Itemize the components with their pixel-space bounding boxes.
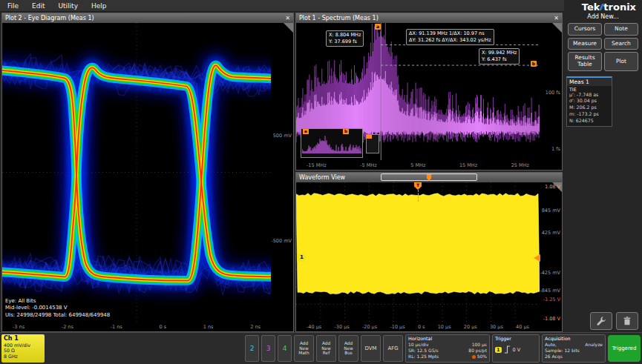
y-axis-label: -845 mV <box>540 288 560 294</box>
channel1-waveform-trace <box>296 182 540 322</box>
menu-utility[interactable]: Utility <box>59 2 78 10</box>
probe-setup-button[interactable] <box>590 312 612 330</box>
meas1-results-badge[interactable]: Meas 1 TIE μ': -7.748 as σ': 30.04 ps M:… <box>566 76 612 127</box>
sidebar-button-grid: Cursors Note Measure Search Results Tabl… <box>568 23 638 71</box>
menu-bar: File Edit Utility Help <box>0 0 642 12</box>
settings-bar: Ch 1 400 mV/div 50 Ω 8 GHz 2 3 4 Add New… <box>0 332 642 364</box>
cursor-b-readout: X: 99.942 MHz Y: 6.437 fs <box>479 48 520 64</box>
channel-1-badge[interactable]: Ch 1 400 mV/div 50 Ω 8 GHz <box>1 334 45 363</box>
menu-file[interactable]: File <box>7 2 19 10</box>
horizontal-badge[interactable]: Horizontal 10 μs/div 100 μs SR: 12.5 GS/… <box>405 334 490 363</box>
x-axis-label: -10 μs <box>390 324 404 330</box>
cursor-delta-readout: ΔX: 91.139 MHz 1/ΔX: 10.97 ns ΔY: 31.262… <box>406 29 494 45</box>
triggered-status: Triggered <box>608 335 641 362</box>
x-axis-label: 10 μs <box>438 324 451 330</box>
trigger-level-marker[interactable] <box>534 254 540 262</box>
eye-panel-title: Plot 2 - Eye Diagram (Meas 1) <box>5 15 94 21</box>
x-axis-label: -5 MHz <box>360 162 376 168</box>
channel-1-bandwidth: 8 GHz <box>4 354 42 360</box>
spectrum-panel-titlebar: Plot 1 - Spectrum (Meas 1) ✕ <box>296 13 562 23</box>
waveform-view-panel: Waveform View T 1 1.08 V 845 mV 425 mV -… <box>295 172 563 332</box>
trigger-position-icon[interactable] <box>427 174 432 181</box>
x-axis-label: -1 ns <box>111 324 122 330</box>
plot-button[interactable]: Plot <box>604 52 638 70</box>
y-axis-label: 1.08 V <box>545 184 560 190</box>
results-table-button[interactable]: Results Table <box>568 52 602 70</box>
trigger-title: Trigger <box>495 336 537 342</box>
horizontal-resolution: 80 ps/pt <box>468 348 487 354</box>
measure-button[interactable]: Measure <box>568 38 602 50</box>
y-axis-label: -425 mV <box>540 270 560 276</box>
cursor-b-flag[interactable]: b <box>531 61 537 67</box>
cursors-button[interactable]: Cursors <box>568 23 602 36</box>
x-axis-label: -3 ns <box>13 324 24 330</box>
search-button[interactable]: Search <box>604 38 638 50</box>
eye-plot-area[interactable]: 500 mV -500 mV Eye: All Bits Mid-level: … <box>2 23 293 331</box>
cursor-readout-line: Y: 37.699 fs <box>329 39 361 45</box>
cursor-readout-line: X: 8.804 MHz <box>329 32 361 39</box>
horizontal-position: 50% <box>472 354 487 360</box>
eye-stat-line: UIs: 24998/24998 Total: 649948/649948 <box>5 312 110 320</box>
wrench-icon <box>596 316 606 326</box>
logo-text: tronix <box>603 1 636 13</box>
y-axis-label: 100 fs <box>546 90 560 96</box>
spectrum-plot-area[interactable]: a b X: 8.804 MHz Y: 37.699 fs ΔX: 91.139… <box>296 23 562 170</box>
x-axis-label: 20 μs <box>464 324 477 330</box>
y-axis-label: 1 fs <box>551 146 560 152</box>
close-icon[interactable]: ✕ <box>285 13 290 23</box>
zoom-overview-bracket[interactable] <box>381 173 477 181</box>
meas-type: TIE <box>567 86 612 92</box>
spectrum-thumbnail[interactable]: a b <box>301 128 363 158</box>
x-axis-label: 1 ns <box>203 324 214 330</box>
dvm-button[interactable]: DVM <box>361 335 381 362</box>
cursor-a-flag[interactable]: a <box>375 24 381 30</box>
channel-2-button[interactable]: 2 <box>245 335 259 362</box>
meas-stat: M: 206.2 ps <box>567 105 612 111</box>
meas-stat: m: -173.2 ps <box>567 111 612 118</box>
close-icon[interactable]: ✕ <box>554 13 559 23</box>
meas-stat: σ': 30.04 ps <box>567 98 612 105</box>
trigger-badge[interactable]: Trigger 1 0 V <box>492 334 540 363</box>
meas-badge-title: Meas 1 <box>567 78 612 86</box>
waveform-plot-area[interactable]: T 1 1.08 V 845 mV 425 mV -425 mV -845 mV… <box>296 182 562 331</box>
sidebar-tools <box>590 312 638 330</box>
y-axis-label: -1.08 V <box>543 316 560 322</box>
spectrum-x-axis: -15 MHz -5 MHz 5 MHz 15 MHz 25 MHz <box>296 160 540 170</box>
afg-button[interactable]: AFG <box>383 335 403 362</box>
spectrum-y-axis: 100 fs 1 fs <box>540 23 562 160</box>
horizontal-title: Horizontal <box>408 336 487 342</box>
x-axis-label: 0 s <box>159 324 166 330</box>
y-axis-label: 845 mV <box>542 208 560 214</box>
eye-statistics: Eye: All Bits Mid-level: -0.0014538 V UI… <box>5 298 110 320</box>
note-button[interactable]: Note <box>604 23 638 36</box>
eye-stat-line: Eye: All Bits <box>5 298 110 305</box>
x-axis-label: 30 μs <box>490 324 503 330</box>
add-new-ref-button[interactable]: Add New Ref <box>316 335 336 362</box>
eye-stat-line: Mid-level: -0.0014538 V <box>5 305 110 312</box>
thumbnail-handle[interactable] <box>366 134 379 153</box>
add-new-bus-button[interactable]: Add New Bus <box>338 335 358 362</box>
horizontal-sample-rate: SR: 12.5 GS/s <box>408 348 439 354</box>
channel-4-button[interactable]: 4 <box>278 335 292 362</box>
delete-button[interactable] <box>616 312 638 330</box>
x-axis-label: 2 ns <box>250 324 261 330</box>
acquisition-badge[interactable]: Acquisition Auto, Analyze Sample: 12 bit… <box>542 334 606 363</box>
menu-edit[interactable]: Edit <box>32 2 45 10</box>
channel-1-termination: 50 Ω <box>4 348 42 354</box>
add-new-math-button[interactable]: Add New Math <box>294 335 314 362</box>
acquisition-analyze: Analyze <box>585 342 603 348</box>
position-dot-icon <box>472 355 476 359</box>
cursor-readout-line: ΔX: 91.139 MHz 1/ΔX: 10.97 ns <box>409 30 491 37</box>
channel-1-scale: 400 mV/div <box>4 343 42 348</box>
horizontal-record-length: RL: 1.25 Mpts <box>408 354 439 360</box>
channel-3-button[interactable]: 3 <box>261 335 275 362</box>
y-axis-label: -1.25 V <box>543 297 560 302</box>
channel-1-label: Ch 1 <box>4 335 42 343</box>
menu-help[interactable]: Help <box>91 2 107 10</box>
trigger-source-badge: 1 <box>495 347 502 353</box>
x-axis-label: 40 μs <box>516 324 529 330</box>
cursor-readout-line: ΔY: 31.262 fs ΔY/ΔX: 343.02 ys/Hz <box>409 37 491 44</box>
y-axis-label: -500 mV <box>271 238 292 244</box>
waveform-title: Waveform View <box>299 174 345 181</box>
x-axis-label: -2 ns <box>62 324 73 330</box>
